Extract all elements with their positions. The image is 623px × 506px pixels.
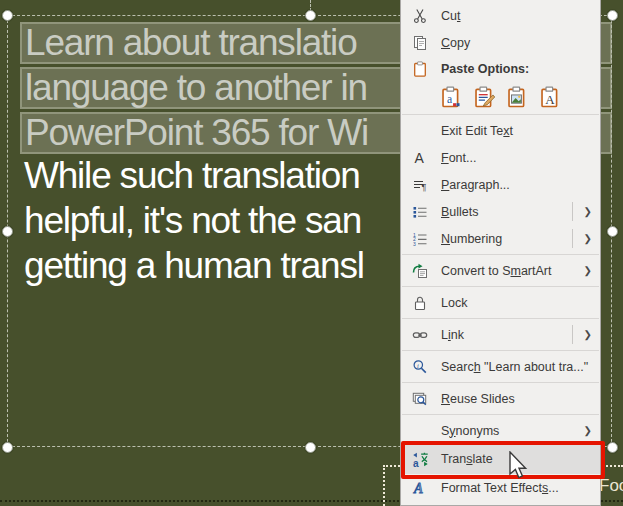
paste-options-row: a A [401, 82, 600, 112]
menu-item-paragraph[interactable]: ¶ Paragraph... [401, 171, 600, 198]
clipboard-icon [410, 60, 430, 78]
footer-placeholder-border-left [383, 465, 385, 506]
selection-handle-bottom-center[interactable] [305, 442, 316, 453]
paste-options-label: Paste Options: [401, 56, 600, 82]
selection-handle-bottom-left[interactable] [2, 442, 13, 453]
submenu-arrow-icon: ❯ [584, 233, 592, 244]
bullets-icon [410, 203, 430, 221]
menu-item-lock[interactable]: Lock [401, 289, 600, 316]
annotation-highlight-box [401, 441, 605, 479]
selection-handle-top-center[interactable] [305, 10, 316, 21]
format-text-effects-icon: A [410, 479, 430, 497]
menu-item-convert-to-smartart[interactable]: Convert to SmartArt ❯ [401, 257, 600, 284]
svg-text:¶: ¶ [422, 181, 427, 191]
menu-separator [402, 254, 599, 255]
svg-text:A: A [413, 481, 423, 496]
menu-separator [402, 286, 599, 287]
paste-option-use-destination-theme[interactable]: a [437, 84, 465, 110]
menu-item-font[interactable]: A Font... [401, 144, 600, 171]
submenu-arrow-icon: ❯ [584, 265, 592, 276]
svg-text:a: a [447, 93, 453, 106]
selection-handle-bottom-right[interactable] [607, 442, 618, 453]
menu-separator [402, 318, 599, 319]
link-icon [410, 326, 430, 344]
submenu-arrow-icon: ❯ [584, 206, 592, 217]
menu-item-reuse-slides[interactable]: Reuse Slides [401, 385, 600, 412]
mouse-cursor [508, 451, 530, 485]
scissors-icon [410, 7, 430, 25]
numbering-icon: 123 [410, 230, 430, 248]
selection-handle-middle-left[interactable] [2, 226, 13, 237]
selection-handle-middle-right[interactable] [607, 226, 618, 237]
smartart-icon [410, 262, 430, 280]
svg-text:i: i [417, 361, 419, 368]
menu-separator [402, 114, 599, 115]
submenu-arrow-icon: ❯ [584, 329, 592, 340]
menu-item-bullets[interactable]: Bullets ❯ [401, 198, 600, 225]
paste-option-keep-text-only[interactable]: A [536, 84, 564, 110]
menu-separator [402, 350, 599, 351]
menu-item-cut[interactable]: Cut [401, 2, 600, 29]
paste-option-keep-source-formatting[interactable] [470, 84, 498, 110]
paragraph-icon: ¶ [410, 176, 430, 194]
selection-handle-top-right[interactable] [607, 10, 618, 21]
svg-text:3: 3 [413, 240, 416, 246]
menu-separator [402, 414, 599, 415]
svg-text:A: A [415, 150, 425, 166]
menu-item-numbering[interactable]: 123 Numbering ❯ [401, 225, 600, 252]
powerpoint-editing-canvas: { "slide": { "background_color": "#47502… [0, 0, 623, 506]
submenu-arrow-icon: ❯ [584, 425, 592, 436]
context-menu: Cut Copy Paste Options: a A Exit Edit Te… [400, 0, 601, 506]
footer-text[interactable]: Foo [599, 476, 623, 496]
lock-icon [410, 294, 430, 312]
menu-item-exit-edit-text[interactable]: Exit Edit Text [401, 117, 600, 144]
menu-item-copy[interactable]: Copy [401, 29, 600, 56]
menu-item-search[interactable]: i Search "Learn about tra..." [401, 353, 600, 380]
reuse-slides-icon [410, 390, 430, 408]
search-icon: i [410, 358, 430, 376]
selection-handle-top-left[interactable] [2, 10, 13, 21]
menu-item-link[interactable]: Link ❯ [401, 321, 600, 348]
svg-text:A: A [545, 92, 555, 107]
menu-separator [402, 382, 599, 383]
paste-option-picture[interactable] [503, 84, 531, 110]
menu-item-synonyms[interactable]: Synonyms ❯ [401, 417, 600, 444]
font-icon: A [410, 149, 430, 167]
copy-icon [410, 34, 430, 52]
